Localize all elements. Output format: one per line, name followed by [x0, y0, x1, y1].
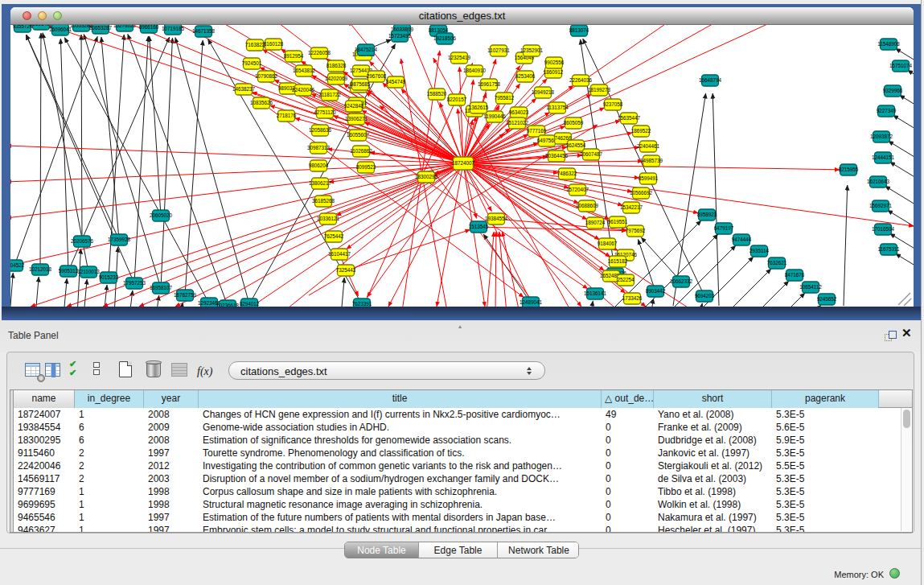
network-node[interactable]: 11026862 — [350, 146, 372, 157]
network-node[interactable]: 252254 — [617, 274, 634, 286]
table-cell[interactable]: Hescheler et al. (1997) — [654, 524, 772, 532]
network-node[interactable]: 11675311 — [877, 244, 900, 255]
network-node[interactable]: 16055607 — [347, 130, 370, 141]
network-node[interactable]: 11548908 — [877, 39, 900, 50]
table-cell[interactable]: Changes of HCN gene expression and I(f) … — [199, 408, 602, 421]
table-cell[interactable]: 5.3E-5 — [772, 524, 879, 532]
table-cell[interactable]: Estimation of significance thresholds fo… — [199, 434, 602, 447]
network-node[interactable]: 22404461 — [637, 141, 660, 152]
table-cell[interactable]: 18724007 — [14, 408, 75, 421]
network-node[interactable]: 6966160 — [139, 25, 159, 33]
network-node[interactable]: 9227349 — [877, 105, 897, 117]
network-node[interactable]: 2935114 — [749, 245, 770, 257]
network-node[interactable]: 10688609 — [576, 200, 599, 212]
network-node[interactable]: 17957253 — [123, 278, 146, 289]
table-cell[interactable]: 2003 — [144, 472, 199, 485]
network-node[interactable]: 11313754 — [546, 102, 569, 113]
network-node[interactable]: 9902556 — [544, 57, 565, 68]
table-cell[interactable]: 2 — [75, 472, 144, 485]
network-node[interactable]: 15276022 — [113, 25, 137, 31]
table-cell[interactable]: Nakamura et al. (1997) — [654, 511, 772, 524]
column-header-year[interactable]: year — [144, 390, 199, 408]
network-node[interactable]: 7325443 — [336, 265, 356, 276]
table-row[interactable]: 969969511998Structural magnetic resonanc… — [14, 498, 912, 511]
table-cell[interactable]: Dudbridge et al. (2008) — [654, 434, 772, 447]
network-node[interactable]: 10719185 — [162, 25, 185, 35]
network-node[interactable]: 5905313 — [59, 266, 79, 277]
table-cell[interactable]: 1997 — [144, 524, 199, 532]
network-node[interactable]: 7623391 — [352, 299, 372, 307]
network-node[interactable]: 8599491 — [639, 173, 659, 184]
network-node[interactable]: 10607487 — [580, 149, 603, 160]
scrollbar-thumb[interactable] — [903, 410, 910, 428]
network-node[interactable]: 9694203 — [695, 290, 715, 302]
network-node[interactable]: 15635447 — [618, 113, 641, 124]
table-cell[interactable]: 0 — [602, 459, 654, 472]
network-node[interactable]: 16961758 — [478, 79, 501, 90]
table-cell[interactable]: 22420046 — [14, 459, 75, 472]
network-node[interactable]: 18475214 — [355, 44, 378, 56]
network-node[interactable]: 17016504 — [872, 224, 895, 235]
column-header-pagerank[interactable]: pagerank — [772, 390, 879, 408]
network-node[interactable]: 7955812 — [495, 93, 515, 104]
table-cell[interactable]: 1 — [75, 524, 144, 532]
table-cell[interactable]: Franke et al. (2009) — [654, 421, 772, 434]
table-cell[interactable]: 2 — [75, 447, 144, 459]
network-node[interactable]: 9806204 — [309, 160, 329, 171]
network-node[interactable]: 8294012 — [240, 299, 260, 307]
network-node[interactable]: 10949218 — [532, 87, 555, 98]
table-cell[interactable]: 5.6E-5 — [772, 421, 879, 434]
network-node[interactable]: 8454749 — [386, 76, 406, 88]
network-node[interactable]: 20364456 — [545, 150, 569, 162]
table-cell[interactable]: Genome-wide association studies in ADHD. — [199, 421, 602, 434]
table-cell[interactable]: 9465546 — [14, 511, 75, 524]
float-panel-icon[interactable] — [885, 331, 897, 342]
network-node[interactable]: 10662332 — [670, 276, 693, 287]
table-row[interactable]: 946362711997Embryonic stem cells: a mode… — [14, 524, 912, 532]
table-cell[interactable]: Wolkin et al. (1998) — [654, 498, 772, 511]
network-node[interactable]: 9875685 — [351, 79, 371, 90]
table-cell[interactable]: 0 — [602, 498, 654, 511]
clear-selection-icon[interactable] — [93, 360, 114, 381]
network-node[interactable]: 19218506 — [433, 33, 457, 44]
table-cell[interactable]: Disruption of a novel member of a sodium… — [199, 472, 602, 485]
tab-node-table[interactable]: Node Table — [345, 542, 418, 558]
network-node[interactable]: 10566692 — [630, 187, 653, 199]
network-node[interactable]: 12352901 — [520, 45, 544, 56]
table-vertical-scrollbar[interactable] — [901, 408, 911, 531]
network-node[interactable]: 1588520 — [427, 89, 447, 100]
network-node[interactable]: 8471676 — [785, 270, 805, 281]
table-cell[interactable]: Estimation of the future numbers of pati… — [199, 511, 602, 524]
network-node[interactable]: 20206576 — [71, 236, 94, 247]
network-node[interactable]: 36185268 — [312, 196, 335, 207]
table-cell[interactable]: Jankovic et al. (1997) — [654, 447, 772, 459]
network-node[interactable]: 10790862 — [255, 71, 278, 82]
network-canvas[interactable]: 1872400711027931156404918609122226403618… — [10, 25, 914, 307]
close-panel-icon[interactable]: ✕ — [901, 326, 912, 340]
table-cell[interactable]: Structural magnetic resonance image aver… — [199, 498, 602, 511]
network-node[interactable]: 12444151 — [872, 152, 895, 163]
network-node[interactable]: 12226058 — [308, 47, 331, 59]
network-node[interactable]: 8099523 — [356, 162, 376, 173]
network-node[interactable]: 18640910 — [463, 65, 487, 76]
table-cell[interactable]: 1997 — [144, 447, 199, 459]
network-node[interactable]: 10835626 — [250, 97, 273, 109]
network-node[interactable]: 31181722 — [318, 89, 341, 101]
network-node[interactable]: 1362615 — [469, 102, 489, 113]
table-cell[interactable]: 19384554 — [14, 421, 75, 434]
table-cell[interactable]: 5.3E-5 — [772, 511, 879, 524]
network-node[interactable]: 10212018 — [29, 264, 52, 275]
table-cell[interactable]: 49 — [602, 408, 654, 421]
network-node[interactable]: 7975692 — [626, 225, 646, 237]
table-selector-dropdown[interactable]: citations_edges.txt — [228, 361, 545, 380]
network-node[interactable]: 13906271 — [345, 113, 368, 125]
show-columns-icon[interactable] — [43, 360, 64, 381]
network-node[interactable]: 1869522 — [631, 126, 651, 137]
column-header-title[interactable]: title — [199, 390, 602, 408]
table-row[interactable]: 977716911998Corpus callosum shape and si… — [14, 485, 912, 498]
network-node[interactable]: 18300295 — [415, 171, 438, 183]
table-cell[interactable]: 6 — [75, 421, 144, 434]
network-node[interactable]: 9104522 — [10, 260, 25, 271]
network-node[interactable]: 15720407 — [566, 184, 589, 196]
network-node[interactable]: 20605020 — [150, 210, 173, 221]
